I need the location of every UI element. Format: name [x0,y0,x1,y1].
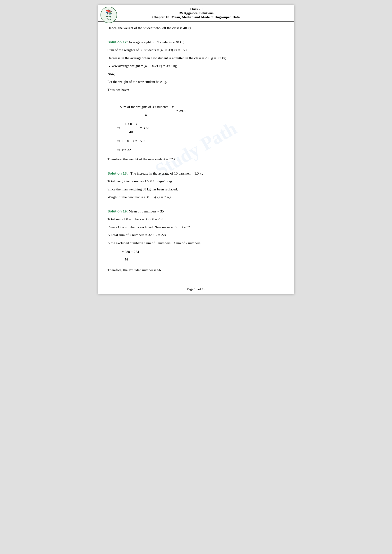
fraction-eq-1: Sum of the weights of 39 students + x 40… [117,103,285,119]
implies-1: ⇒ [117,124,120,132]
eq1-text: 1560 + x = 1592 [122,137,146,145]
sol19-header: Solution 19: Mean of 8 numbers = 35 [108,208,285,215]
implies-3: ⇒ [117,146,120,154]
variable-x: x [160,80,162,84]
page-header: 📚 Study Path Class - 9 RS Aggarwal Solut… [98,5,294,21]
sol19-line1: Mean of 8 numbers = 35 [129,209,164,213]
sol19-line2: Total sum of 8 numbers = 35 × 8 = 280 [108,216,285,222]
sol17-line6: Let the weight of the new student be x k… [108,79,285,85]
fraction-eq-2: ⇒ 1560 + x 40 = 39.8 [117,120,285,136]
sol18-line1: The increase in the average of 10 oarsme… [130,172,203,175]
sol19-line3-text: Since One number is excluded, New mean =… [109,225,190,229]
sol18-line4: Weight of the new man = (58+15) kg = 73k… [108,194,285,200]
fraction-1: Sum of the weights of 39 students + x 40 [119,103,175,119]
sol17-line1: Average weight of 39 students = 40 kg [128,40,183,44]
sol19-line5: ∴ the excluded number = Sum of 8 numbers… [108,240,285,246]
sol17-line3: Decrease in the average when new student… [108,55,285,61]
sol18-label: Solution 18: [108,171,128,175]
header-book: RS Aggarwal Solutions [103,11,289,15]
sol19-eq1: = 280 − 224 [122,248,285,256]
logo-text: Study Path [106,15,111,21]
sol17-line7: Thus, we have: [108,87,285,93]
main-content: Hence, the weight of the student who lef… [98,21,294,280]
sol19-line3: Since One number is excluded, New mean =… [108,224,285,230]
sol17-line2: Sum of the weights of 39 students = (40 … [108,47,285,53]
sol17-header: Solution 17: Average weight of 39 studen… [108,39,285,45]
page-footer: Page 10 of 15 [98,285,294,294]
sol18-line3: Since the man weighing 58 kg has been re… [108,187,285,193]
fraction-2-equals: = 39.8 [140,124,149,132]
sol19-eq2: = 56 [122,256,285,264]
logo-circle: 📚 Study Path [100,7,117,23]
sol19-conclusion: Therefore, the excluded number is 56. [108,267,285,273]
sol19-label: Solution 19: [108,209,128,213]
sol18-header: Solution 18: The increase in the average… [108,170,285,177]
fraction-2-numerator: 1560 + x [124,120,139,128]
sol18-line2: Total weight increased = (1.5 × 10) kg=1… [108,178,285,185]
page-number: Page 10 of 15 [187,288,205,291]
sol17-line5: Now, [108,71,285,77]
page: Study Path 📚 Study Path Class - 9 RS Agg… [98,5,294,294]
sol19-line4: ∴ Total sum of 7 numbers = 32 × 7 = 224 [108,232,285,238]
sol17-label: Solution 17: [108,40,128,44]
fraction-1-denominator: 40 [143,111,150,119]
main-fraction-equation: Sum of the weights of 39 students + x 40… [117,103,285,154]
fraction-2-denominator: 40 [128,128,134,136]
fraction-1-equals: = 39.8 [176,107,185,115]
eq2-text: x = 32 [122,146,131,154]
equation-1: ⇒ 1560 + x = 1592 [117,137,285,145]
implies-2: ⇒ [117,137,120,145]
equation-2: ⇒ x = 32 [117,146,285,154]
sol17-conclusion: Therefore, the weight of the new student… [108,156,285,162]
header-class: Class - 9 [103,7,289,11]
fraction-2: 1560 + x 40 [124,120,139,136]
fraction-1-numerator: Sum of the weights of 39 students + x [119,103,175,111]
header-chapter: Chapter 18: Mean, Median and Mode of Ung… [103,15,289,19]
sol17-line4: ∴ New average weight = (40 − 0.2) kg = 3… [108,63,285,69]
sol19-calculations: = 280 − 224 = 56 [122,248,285,264]
intro-line: Hence, the weight of the student who lef… [108,25,285,31]
